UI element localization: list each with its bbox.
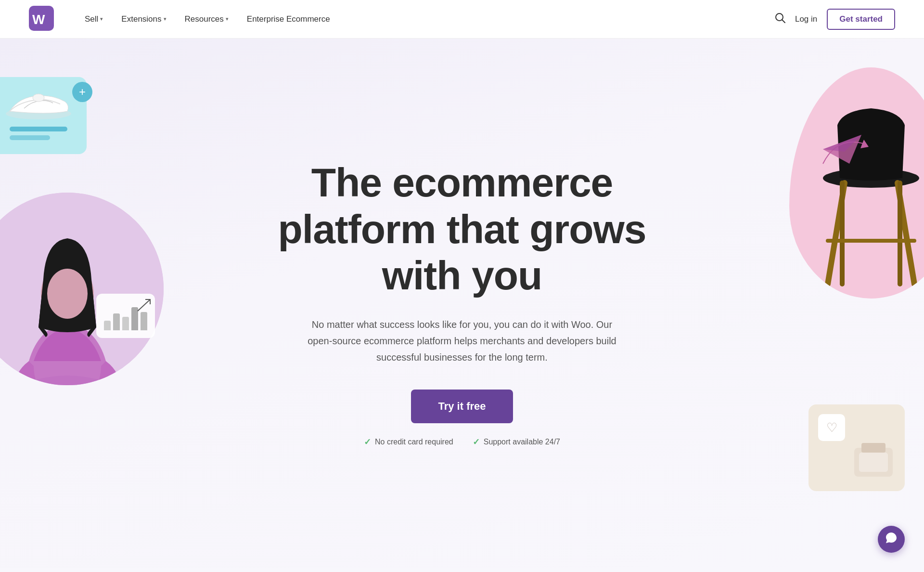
hero-content: The ecommerce platform that grows with y… [278, 159, 646, 447]
trend-arrow-icon [137, 298, 151, 312]
nav-enterprise[interactable]: Enterprise Ecommerce [240, 11, 337, 28]
resources-chevron-icon: ▾ [226, 16, 229, 22]
analytics-chart-decoration [96, 294, 155, 338]
svg-point-5 [33, 94, 44, 102]
chair-illustration [799, 82, 924, 299]
product-illustration [849, 433, 898, 481]
product-favorite-card: ♡ [808, 404, 905, 491]
svg-text:W: W [32, 12, 45, 27]
nav-resources[interactable]: Resources ▾ [178, 11, 235, 28]
no-credit-card-label: No credit card required [375, 438, 453, 446]
search-icon[interactable] [775, 13, 785, 26]
support-badge: ✓ Support available 24/7 [473, 437, 560, 447]
extensions-chevron-icon: ▾ [164, 16, 167, 22]
person-illustration [0, 193, 164, 385]
chat-icon [885, 532, 898, 547]
get-started-button[interactable]: Get started [827, 9, 895, 30]
heart-icon-wrapper: ♡ [818, 414, 845, 441]
svg-point-2 [776, 13, 783, 21]
person-body [0, 193, 164, 385]
nav-right: Log in Get started [775, 9, 895, 30]
person-photo-decoration [0, 193, 164, 385]
hero-title: The ecommerce platform that grows with y… [278, 159, 646, 299]
svg-point-10 [47, 269, 88, 319]
no-credit-card-badge: ✓ No credit card required [364, 437, 453, 447]
nav-links: Sell ▾ Extensions ▾ Resources ▾ Enterpri… [78, 11, 775, 28]
svg-line-11 [138, 299, 150, 311]
hero-section: + [0, 39, 924, 568]
nav-sell[interactable]: Sell ▾ [78, 11, 110, 28]
chat-button[interactable] [878, 526, 905, 553]
support-label: Support available 24/7 [484, 438, 560, 446]
svg-line-3 [782, 20, 785, 23]
paper-plane-icon [823, 135, 861, 164]
navbar: W Sell ▾ Extensions ▾ Resources ▾ Enterp… [0, 0, 924, 39]
sell-chevron-icon: ▾ [100, 16, 103, 22]
hero-badges: ✓ No credit card required ✓ Support avai… [278, 437, 646, 447]
sneaker-illustration [5, 87, 72, 121]
login-button[interactable]: Log in [795, 14, 817, 24]
card-lines-decoration [10, 127, 67, 144]
nav-extensions[interactable]: Extensions ▾ [115, 11, 173, 28]
try-it-free-button[interactable]: Try it free [411, 390, 513, 423]
svg-rect-22 [859, 453, 888, 472]
check-icon-2: ✓ [473, 437, 480, 447]
heart-icon: ♡ [826, 420, 837, 435]
check-icon-1: ✓ [364, 437, 371, 447]
svg-rect-23 [861, 443, 886, 453]
pink-blob-decoration [789, 67, 924, 299]
svg-marker-18 [860, 140, 869, 148]
add-product-button[interactable]: + [72, 82, 92, 102]
hero-subtitle: No matter what success looks like for yo… [298, 316, 626, 365]
logo[interactable]: W [29, 6, 54, 33]
